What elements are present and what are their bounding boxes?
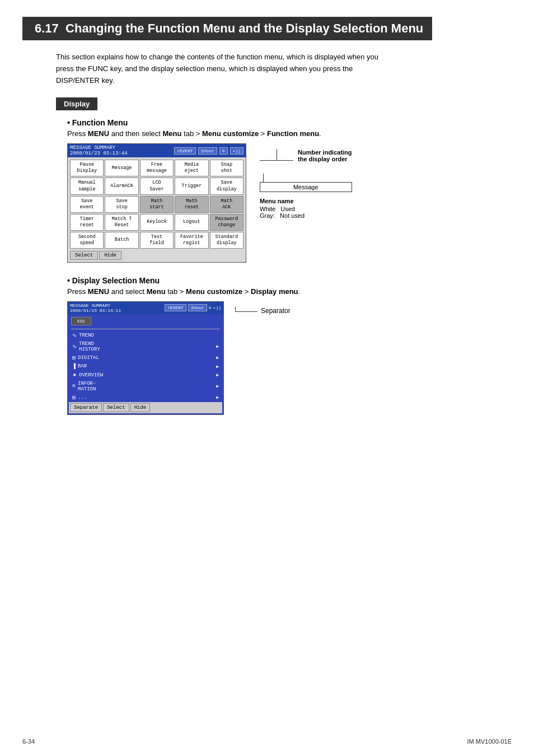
menu-cell[interactable]: AlarmACK [105, 178, 138, 194]
menu-cell-gray[interactable]: MathACK [210, 196, 243, 213]
message-box: Message [260, 182, 352, 192]
screen-header-right: ⚡EVENT 1hour ⊙ •)) [174, 147, 243, 155]
overview-arrow: ▶ [216, 372, 219, 377]
page-container: 6.17 Changing the Function Menu and the … [0, 0, 534, 756]
trend-history-icon: ∿ [72, 343, 77, 350]
display-selection-menu-instruction: Press MENU and select Menu tab > Menu cu… [67, 287, 512, 296]
display-badge: Display [56, 97, 97, 110]
other-item[interactable]: ⊞ ... ▶ [69, 393, 222, 402]
function-menu-screen: MESSAGE SUMMARY 2008/01/23 03:13:44 ⚡EVE… [67, 143, 246, 262]
bar-icon: ▐ [72, 363, 76, 370]
screen-body: PauseDisplay Message Freemessage Mediaej… [68, 157, 246, 262]
document-id: IM MV1000-01E [467, 738, 512, 745]
wifi-icon: •)) [230, 147, 243, 155]
event-tab2[interactable]: ⚡EVENT [165, 304, 186, 311]
menu-cell[interactable]: Keylock [140, 214, 174, 231]
display-selection-menu-title: • Display Selection Menu [67, 276, 512, 285]
menu-cell[interactable]: Textfield [140, 232, 174, 249]
esc-button[interactable]: ESC [71, 317, 91, 325]
circle-icon: ⊙ [219, 147, 228, 155]
separator-line [71, 329, 220, 329]
callout-area: Number indicating the display order Mess… [260, 143, 352, 219]
bar-item[interactable]: ▐ BAR ▶ [69, 362, 222, 371]
trend-history-item[interactable]: ∿ TRENDHISTORY ▶ [69, 340, 222, 353]
information-item[interactable]: ≡ INFOR-MATION ▶ [69, 380, 222, 393]
menu-cell[interactable]: Mediaeject [175, 160, 208, 176]
page-number: 6-34 [22, 738, 35, 745]
menu-cell[interactable]: Snapshot [210, 160, 243, 176]
menu-cell[interactable]: LCDSaver [140, 178, 174, 194]
function-menu-title: • Function Menu [67, 118, 512, 127]
menu-cell[interactable]: Match TReset [105, 214, 138, 231]
legend: Menu name White Used Gray: Not used [260, 198, 352, 219]
separator-annotation-label: Separator [261, 307, 291, 315]
separate-button[interactable]: Separate [70, 403, 102, 412]
display-menu-buttons: Separate Select Hide [69, 402, 222, 413]
1hour-tab[interactable]: 1hour [198, 147, 217, 155]
menu-cell[interactable]: Secondspeed [70, 232, 104, 249]
display-menu-body: ESC ∿ TREND ∿ TRENDHISTORY [68, 314, 223, 414]
other-icon: ⊞ [72, 394, 76, 401]
screen-header-left: MESSAGE SUMMARY 2008/01/23 03:13:44 [70, 145, 128, 156]
display-menu-area: MESSAGE SUMMARY 2008/01/23 03:14:11 ⚡EVE… [67, 301, 512, 415]
menu-cell[interactable]: Trigger [175, 178, 208, 194]
section-header: 6.17 Changing the Function Menu and the … [22, 17, 512, 40]
menu-cell[interactable]: Favoriteregist [175, 232, 208, 249]
overview-icon: ⁕ [72, 372, 77, 379]
trend-history-arrow: ▶ [216, 344, 219, 349]
number-callout: Number indicating the display order [260, 149, 352, 162]
menu-cell[interactable]: Freemessage [140, 160, 174, 176]
menu-bottom-buttons: Select Hide [70, 251, 243, 260]
display-menu-list: ∿ TREND ∿ TRENDHISTORY ▶ ⊞ DIGITAL [69, 331, 222, 402]
digital-arrow: ▶ [216, 355, 219, 360]
hide-button2[interactable]: Hide [130, 403, 151, 412]
menu-cell-gray[interactable]: Mathreset [175, 196, 208, 213]
callout-line-group [260, 149, 293, 161]
page-footer: 6-34 IM MV1000-01E [0, 738, 534, 745]
number-callout-text: Number indicating the display order [298, 149, 352, 162]
menu-cell[interactable]: Standarddisplay [210, 232, 243, 249]
select-button2[interactable]: Select [103, 403, 129, 412]
section-title-block: 6.17 Changing the Function Menu and the … [26, 17, 432, 40]
overview-item[interactable]: ⁕ OVERVIEW ▶ [69, 371, 222, 380]
menu-cell[interactable]: Saveevent [70, 196, 104, 213]
event-tab[interactable]: ⚡EVENT [174, 147, 196, 155]
menu-cell[interactable]: Savestop [105, 196, 138, 213]
display-menu-screen: MESSAGE SUMMARY 2008/01/23 03:14:11 ⚡EVE… [67, 301, 224, 415]
menu-cell-gray[interactable]: Mathstart [140, 196, 174, 213]
circle-icon2: ⊙ [209, 305, 212, 310]
menu-cell[interactable]: Batch [105, 232, 138, 249]
menu-cell[interactable]: Message [105, 160, 138, 176]
1hour-tab2[interactable]: 1hour [188, 304, 207, 311]
section-description: This section explains how to change the … [56, 52, 392, 86]
select-button[interactable]: Select [70, 251, 98, 260]
digital-item[interactable]: ⊞ DIGITAL ▶ [69, 353, 222, 362]
function-menu-instruction: Press MENU and then select Menu tab > Me… [67, 129, 512, 138]
trend-icon: ∿ [72, 332, 77, 339]
other-arrow: ▶ [216, 395, 219, 400]
screen-header: MESSAGE SUMMARY 2008/01/23 03:13:44 ⚡EVE… [68, 144, 246, 157]
wifi-icon2: •)) [213, 305, 221, 310]
digital-icon: ⊞ [72, 354, 76, 361]
menu-grid: PauseDisplay Message Freemessage Mediaej… [70, 160, 243, 248]
information-icon: ≡ [72, 383, 76, 389]
menu-cell[interactable]: Logout [175, 214, 208, 231]
section-title: 6.17 Changing the Function Menu and the … [35, 21, 423, 36]
function-menu-subsection: • Function Menu Press MENU and then sele… [67, 118, 512, 262]
separator-annotation-area: Separator [235, 301, 291, 315]
menu-cell[interactable]: Savedisplay [210, 178, 243, 194]
trend-item[interactable]: ∿ TREND [69, 331, 222, 340]
screen2-header: MESSAGE SUMMARY 2008/01/23 03:14:11 ⚡EVE… [68, 302, 223, 314]
information-arrow: ▶ [216, 384, 219, 389]
menu-cell[interactable]: Manualsample [70, 178, 104, 194]
message-box-area: Message Menu name White Used Gray: Not u… [260, 174, 352, 219]
menu-cell[interactable]: Timerreset [70, 214, 104, 231]
bar-arrow: ▶ [216, 364, 219, 369]
hide-button[interactable]: Hide [99, 251, 121, 260]
display-selection-menu-subsection: • Display Selection Menu Press MENU and … [67, 276, 512, 415]
function-menu-area: MESSAGE SUMMARY 2008/01/23 03:13:44 ⚡EVE… [67, 143, 512, 262]
menu-cell[interactable]: PauseDisplay [70, 160, 104, 176]
menu-cell-gray[interactable]: Passwordchange [210, 214, 243, 231]
